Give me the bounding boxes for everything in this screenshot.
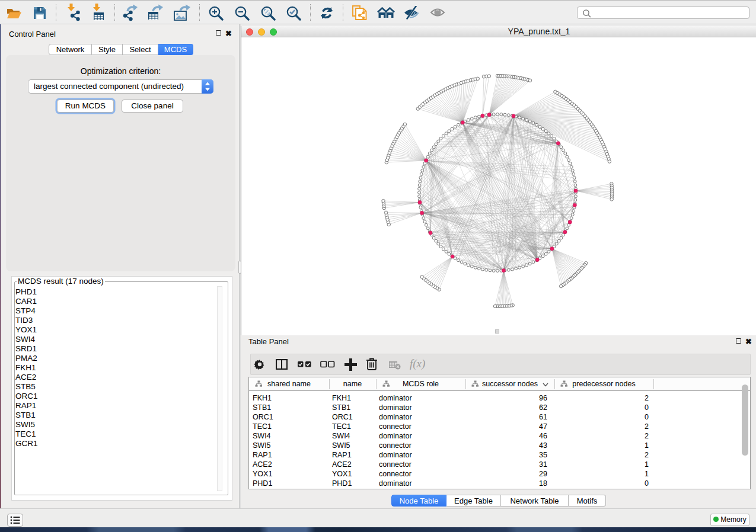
svg-text:f(x): f(x) xyxy=(410,358,425,370)
